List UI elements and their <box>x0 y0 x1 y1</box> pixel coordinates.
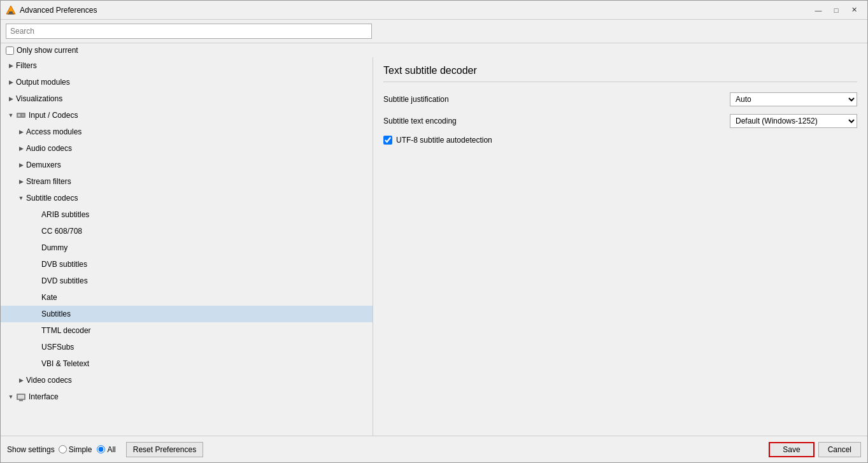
all-radio-label[interactable]: All <box>97 445 115 454</box>
tree-item-output-modules[interactable]: ▶Output modules <box>1 74 373 90</box>
tree-item-subtitle-codecs[interactable]: ▼Subtitle codecs <box>1 190 373 206</box>
tree-label-video-codecs: Video codecs <box>26 376 72 385</box>
tree-item-access-modules[interactable]: ▶Access modules <box>1 124 373 140</box>
tree-item-dvb-subtitles[interactable]: DVB subtitles <box>1 256 373 273</box>
tree-item-subtitles[interactable]: Subtitles <box>1 306 373 322</box>
tree-item-kate[interactable]: Kate <box>1 289 373 306</box>
chevron-right-icon: ▶ <box>6 94 16 104</box>
tree-label-dvd-subtitles: DVD subtitles <box>41 276 88 285</box>
main-content: Only show current ▶Filters▶Output module… <box>1 20 867 436</box>
setting-row-subtitle-justification: Subtitle justificationAutoLeftCenterRigh… <box>383 92 857 106</box>
all-radio[interactable] <box>97 445 105 453</box>
setting-select-subtitle-text-encoding[interactable]: Default (Windows-1252)UTF-8ISO 8859-1ISO… <box>730 114 857 128</box>
svg-rect-2 <box>8 13 14 15</box>
only-show-current-checkbox[interactable] <box>6 46 14 55</box>
tree-item-stream-filters[interactable]: ▶Stream filters <box>1 173 373 190</box>
chevron-right-icon: ▶ <box>16 160 26 170</box>
only-show-current-row: Only show current <box>1 43 867 57</box>
radio-group: Simple All <box>59 445 116 454</box>
maximize-button[interactable]: □ <box>828 4 844 17</box>
close-button[interactable]: ✕ <box>846 4 862 17</box>
window-title: Advanced Preferences <box>20 6 810 15</box>
chevron-right-icon: ▶ <box>16 143 26 153</box>
tree-item-ttml-decoder[interactable]: TTML decoder <box>1 322 373 339</box>
tree-area[interactable]: ▶Filters▶Output modules▶Visualizations▼I… <box>1 57 373 436</box>
tree-label-ttml-decoder: TTML decoder <box>41 326 91 335</box>
tree-label-visualizations: Visualizations <box>16 94 62 103</box>
simple-radio[interactable] <box>59 445 67 453</box>
chevron-down-icon: ▼ <box>6 392 16 402</box>
tree-item-arib-subtitles[interactable]: ARIB subtitles <box>1 206 373 223</box>
tree-label-kate: Kate <box>41 293 57 302</box>
titlebar-buttons: — □ ✕ <box>810 4 862 17</box>
section-title: Text subtitle decoder <box>383 65 857 82</box>
tree-label-dummy: Dummy <box>41 243 68 252</box>
tree-item-video-codecs[interactable]: ▶Video codecs <box>1 372 373 388</box>
simple-radio-label[interactable]: Simple <box>59 445 92 454</box>
interface-icon <box>16 392 26 402</box>
tree-item-visualizations[interactable]: ▶Visualizations <box>1 90 373 107</box>
right-panel: Text subtitle decoder Subtitle justifica… <box>373 57 867 436</box>
left-panel: ▶Filters▶Output modules▶Visualizations▼I… <box>1 57 373 436</box>
chevron-right-icon: ▶ <box>16 127 26 137</box>
action-buttons: Save Cancel <box>769 442 861 457</box>
tree-label-audio-codecs: Audio codecs <box>26 144 72 153</box>
content-area: ▶Filters▶Output modules▶Visualizations▼I… <box>1 57 867 436</box>
tree-item-filters[interactable]: ▶Filters <box>1 57 373 74</box>
setting-label-subtitle-justification: Subtitle justification <box>383 95 730 104</box>
chevron-right-icon: ▶ <box>16 176 26 187</box>
tree-label-arib-subtitles: ARIB subtitles <box>41 210 89 219</box>
only-show-current-label[interactable]: Only show current <box>17 46 78 55</box>
svg-point-5 <box>22 114 24 117</box>
tree-item-input-codecs[interactable]: ▼Input / Codecs <box>1 107 373 124</box>
search-bar <box>1 20 867 43</box>
tree-label-subtitles: Subtitles <box>41 310 71 318</box>
titlebar: Advanced Preferences — □ ✕ <box>1 1 867 20</box>
tree-label-output-modules: Output modules <box>16 78 70 87</box>
chevron-right-icon: ▶ <box>16 375 26 385</box>
tree-item-vbi-teletext[interactable]: VBI & Teletext <box>1 355 373 372</box>
tree-item-audio-codecs[interactable]: ▶Audio codecs <box>1 140 373 157</box>
setting-checkbox-label-utf8-autodetection[interactable]: UTF-8 subtitle autodetection <box>396 136 492 145</box>
tree-label-cc-608-708: CC 608/708 <box>41 227 82 236</box>
tree-item-cc-608-708[interactable]: CC 608/708 <box>1 223 373 239</box>
tree-item-usfsubs[interactable]: USFSubs <box>1 339 373 355</box>
setting-label-subtitle-text-encoding: Subtitle text encoding <box>383 117 730 125</box>
setting-row-utf8-autodetection: UTF-8 subtitle autodetection <box>383 136 857 145</box>
all-label: All <box>107 445 115 454</box>
tree-label-vbi-teletext: VBI & Teletext <box>41 359 89 368</box>
app-icon <box>6 5 16 15</box>
tree-item-interface[interactable]: ▼Interface <box>1 388 373 405</box>
setting-checkbox-utf8-autodetection[interactable] <box>383 136 392 145</box>
tree-label-dvb-subtitles: DVB subtitles <box>41 260 87 269</box>
save-button[interactable]: Save <box>769 442 814 457</box>
setting-row-subtitle-text-encoding: Subtitle text encodingDefault (Windows-1… <box>383 114 857 128</box>
main-window: Advanced Preferences — □ ✕ Only show cur… <box>0 0 868 463</box>
show-settings-group: Show settings Simple All Reset Preferenc… <box>7 442 203 457</box>
bottom-bar: Show settings Simple All Reset Preferenc… <box>1 436 867 462</box>
tree-label-input-codecs: Input / Codecs <box>29 111 78 120</box>
chevron-right-icon: ▶ <box>6 77 16 87</box>
minimize-button[interactable]: — <box>810 4 827 17</box>
cancel-button[interactable]: Cancel <box>818 442 861 457</box>
tree-label-subtitle-codecs: Subtitle codecs <box>26 194 78 203</box>
search-input[interactable] <box>6 24 372 39</box>
svg-rect-4 <box>18 114 20 117</box>
tree-label-demuxers: Demuxers <box>26 160 61 169</box>
tree-label-stream-filters: Stream filters <box>26 177 71 186</box>
tree-item-dummy[interactable]: Dummy <box>1 239 373 256</box>
chevron-down-icon: ▼ <box>6 110 16 120</box>
tree-item-dvd-subtitles[interactable]: DVD subtitles <box>1 273 373 289</box>
chevron-right-icon: ▶ <box>6 61 16 71</box>
tree-label-interface: Interface <box>29 392 59 401</box>
tree-label-access-modules: Access modules <box>26 127 82 136</box>
tree-item-demuxers[interactable]: ▶Demuxers <box>1 157 373 173</box>
reset-preferences-button[interactable]: Reset Preferences <box>126 442 203 457</box>
setting-select-subtitle-justification[interactable]: AutoLeftCenterRight <box>730 92 857 106</box>
tree-label-filters: Filters <box>16 61 37 70</box>
svg-rect-8 <box>19 400 23 401</box>
svg-rect-7 <box>18 395 24 399</box>
chevron-down-icon: ▼ <box>16 193 26 203</box>
input-codecs-icon <box>16 110 26 120</box>
show-settings-label: Show settings <box>7 445 55 454</box>
